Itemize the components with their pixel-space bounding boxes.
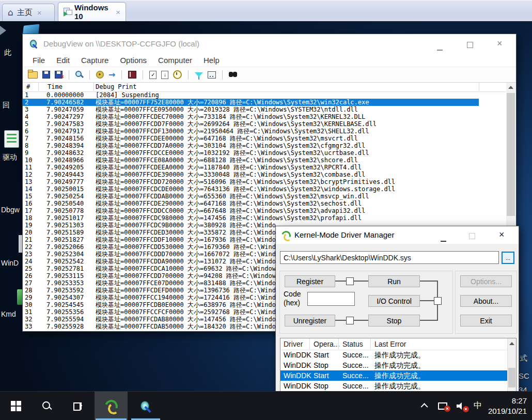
register-run-checkbox[interactable] (346, 277, 354, 285)
debug-row[interactable]: 37.90247059模块基址=00007FFCE0950000 大小=2019… (23, 106, 505, 113)
column-last-error[interactable]: Last Error (374, 340, 406, 348)
ime-indicator[interactable]: 中 (471, 392, 484, 420)
menu-help[interactable]: Help (198, 56, 225, 65)
io-chain-checkbox[interactable] (434, 297, 442, 305)
debug-row[interactable]: 137.90249777模块基址=00007FFCDD720000 大小=516… (23, 178, 505, 185)
maximize-button[interactable] (467, 41, 473, 50)
scrollbar-thumb[interactable] (508, 368, 515, 387)
dbgview-label[interactable]: Dbgw (1, 206, 20, 214)
close-button[interactable]: × (497, 39, 503, 48)
tab-windows10[interactable]: Windows 10 × (58, 2, 126, 21)
row-time: 7.90250540 (46, 200, 84, 207)
debug-row[interactable]: 87.90248394模块基址=00007FFCDD7A0000 大小=3031… (23, 142, 505, 149)
unregister-stop-checkbox[interactable] (346, 317, 354, 324)
network-status-button[interactable]: × (434, 392, 451, 420)
register-button[interactable]: Register (285, 275, 335, 287)
about-button[interactable]: About... (460, 295, 512, 307)
table-scrollbar[interactable] (507, 338, 516, 394)
driver-folder-icon[interactable] (4, 130, 19, 148)
unregister-button[interactable]: Unregister (285, 315, 335, 326)
tab-windows10-close-icon[interactable]: × (116, 8, 120, 16)
io-control-button[interactable]: I/O Control (368, 295, 420, 307)
taskbar-clock[interactable]: 8:27 2019/10/21 (488, 396, 527, 416)
toolbar-separator (89, 70, 90, 80)
debug-row[interactable]: 57.90247583模块基址=00007FFCDD7F0000 大小=2699… (23, 120, 505, 128)
scrollbar-thumb[interactable] (507, 93, 515, 216)
zoom-icon[interactable] (75, 71, 83, 79)
capture-gear-icon[interactable] (96, 71, 104, 79)
passthrough-arrow-icon[interactable]: → (108, 71, 115, 79)
run-button[interactable]: Run (368, 275, 420, 287)
kmd-label[interactable]: Kmd (1, 310, 16, 318)
debug-row[interactable]: 177.90250778模块基址=00007FFCDDCC0000 大小=667… (23, 207, 505, 214)
debug-row[interactable]: 187.90251017模块基址=00007FFCDC980000 大小=147… (23, 214, 505, 222)
autoscroll-clipboard-icon[interactable]: ↓ (161, 71, 168, 79)
minimize-button[interactable] (437, 43, 443, 53)
code-hex-input[interactable] (307, 292, 355, 306)
stop-button[interactable]: Stop (368, 315, 420, 326)
debug-row[interactable]: 127.90249443模块基址=00007FFCDE390000 大小=333… (23, 171, 505, 178)
driver-table-row[interactable]: WinDDKStopSucce...操作成功完成。 (280, 360, 508, 370)
close-button[interactable]: × (499, 230, 505, 239)
taskbar-app-driver-manager[interactable] (95, 392, 128, 420)
filter-funnel-icon[interactable] (195, 72, 203, 77)
filter-clipboard-icon[interactable]: ✓ (149, 71, 157, 79)
debugview-titlebar[interactable]: DebugView on \\DESKTOP-CCFGJFO (local) × (23, 34, 516, 54)
debug-row[interactable]: 27.90246582模块基址=00007FF752E80000 大小=7208… (23, 99, 479, 106)
driver-table-row[interactable]: WinDDKStopSucce...操作成功完成。 (280, 381, 508, 391)
debug-row[interactable]: 157.90250254模块基址=00007FFCDDAB0000 大小=655… (23, 193, 505, 200)
menu-edit[interactable]: Edit (51, 56, 75, 65)
this-pc-label[interactable]: 此 (4, 48, 11, 57)
scroll-up-icon[interactable] (508, 86, 513, 89)
menu-computer[interactable]: Computer (152, 56, 198, 65)
menu-options[interactable]: Options (114, 56, 152, 65)
column-status[interactable]: Status (342, 340, 363, 348)
find-binoculars-icon[interactable] (229, 72, 237, 77)
minimize-button[interactable] (441, 235, 446, 244)
save-log-icon[interactable]: × (55, 71, 62, 79)
table-header[interactable]: Driver Opera... Status Last Error (280, 338, 508, 350)
driver-manager-titlebar[interactable]: Kernel-Mode Driver Manager × (276, 226, 519, 244)
search-button[interactable] (35, 392, 59, 420)
clock-icon[interactable] (173, 70, 182, 79)
menu-capture[interactable]: Capture (75, 56, 114, 65)
column-num[interactable]: # (26, 83, 30, 90)
scroll-up-icon[interactable] (509, 342, 514, 345)
winddk-label[interactable]: WinD (1, 259, 19, 267)
options-button[interactable]: Options... (460, 275, 512, 287)
debug-row[interactable]: 167.90250540模块基址=00007FFCDE290000 大小=647… (23, 200, 505, 207)
debug-row[interactable]: 147.90250015模块基址=00007FFCDCDE0000 大小=764… (23, 185, 505, 193)
browse-button[interactable]: ... (502, 252, 514, 264)
history-depth-icon[interactable] (208, 71, 216, 79)
maximize-button[interactable] (469, 232, 475, 241)
start-button[interactable] (4, 392, 28, 420)
column-driver[interactable]: Driver (284, 340, 303, 348)
debug-row[interactable]: 67.90247917模块基址=00007FFCDF130000 大小=2195… (23, 128, 505, 135)
list-header[interactable]: # Time Debug Print (23, 83, 506, 92)
driver-table-row[interactable]: WinDDKStartSucce...操作成功完成。 (280, 370, 508, 381)
boot-log-icon[interactable] (128, 71, 136, 79)
debug-row[interactable]: 107.90248966模块基址=00007FFCE08A0000 大小=688… (23, 157, 505, 164)
debug-row[interactable]: 117.90249205模块基址=00007FFCDEEA0000 大小=118… (23, 164, 505, 171)
task-view-button[interactable] (66, 392, 90, 420)
tab-home-close-icon[interactable]: × (37, 9, 42, 17)
column-operation[interactable]: Opera... (314, 340, 340, 348)
recycle-bin-label[interactable]: 回 (3, 101, 10, 110)
exit-button[interactable]: Exit (460, 315, 512, 326)
open-icon[interactable] (28, 71, 38, 79)
driver-table-row[interactable]: WinDDKStartSucce...操作成功完成。 (280, 350, 508, 360)
menu-file[interactable]: File (27, 56, 51, 65)
debug-row[interactable]: 10.00000000[2084] Suspending (23, 91, 505, 99)
debug-row[interactable]: 77.90248156模块基址=00007FFCDEE00000 大小=6471… (23, 135, 505, 142)
debug-row[interactable]: 47.90247297模块基址=00007FFCDEC70000 大小=7331… (23, 113, 505, 120)
show-hidden-icons-button[interactable] (417, 392, 433, 420)
tab-home[interactable]: ⌂ 主页 × (2, 4, 55, 21)
taskbar-app-debugview[interactable] (130, 392, 161, 420)
column-time[interactable]: Time (48, 83, 62, 90)
driver-label[interactable]: 驱动 (3, 153, 17, 162)
debug-row[interactable]: 97.90248632模块基址=00007FFCDCCE0000 大小=1032… (23, 149, 505, 157)
volume-button[interactable]: × (452, 392, 470, 420)
save-icon[interactable] (42, 71, 50, 79)
driver-path-input[interactable] (280, 251, 499, 264)
column-debug-print[interactable]: Debug Print (96, 83, 136, 90)
